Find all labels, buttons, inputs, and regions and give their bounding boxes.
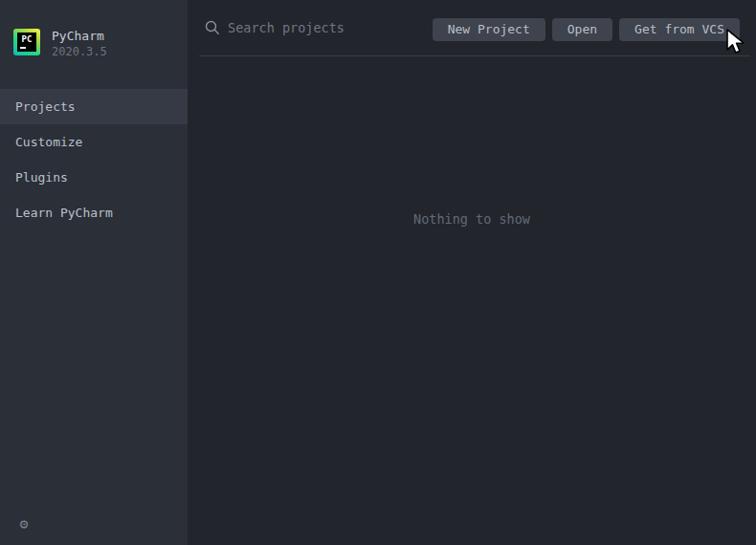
sidebar-item-learn-pycharm[interactable]: Learn PyCharm <box>0 195 188 230</box>
pycharm-logo-underscore <box>20 47 26 49</box>
app-version: 2020.3.5 <box>52 44 107 60</box>
get-from-vcs-button[interactable]: Get from VCS <box>619 18 740 41</box>
sidebar-item-customize[interactable]: Customize <box>0 124 188 160</box>
search-icon <box>205 20 220 35</box>
pycharm-logo-inner: PC <box>17 33 36 52</box>
app-header: PC PyCharm 2020.3.5 <box>13 29 107 60</box>
app-name: PyCharm <box>52 29 107 44</box>
empty-state-message: Nothing to show <box>188 211 756 227</box>
open-button[interactable]: Open <box>552 18 612 41</box>
mouse-cursor-icon <box>723 29 746 55</box>
sidebar-nav: Projects Customize Plugins Learn PyCharm <box>0 89 188 230</box>
topbar-actions: New Project Open Get from VCS <box>433 18 740 41</box>
settings-gear-icon[interactable]: ⚙ <box>15 515 33 533</box>
topbar-divider <box>199 55 750 56</box>
sidebar-item-plugins[interactable]: Plugins <box>0 160 188 195</box>
sidebar-item-projects[interactable]: Projects <box>0 89 188 124</box>
app-titles: PyCharm 2020.3.5 <box>52 29 107 60</box>
pycharm-logo-icon: PC <box>13 29 40 55</box>
sidebar: PC PyCharm 2020.3.5 Projects Customize P… <box>0 0 188 545</box>
new-project-button[interactable]: New Project <box>433 18 545 41</box>
pycharm-welcome-window: PC PyCharm 2020.3.5 Projects Customize P… <box>0 0 756 545</box>
search-projects-input[interactable] <box>228 20 419 35</box>
pycharm-logo-text: PC <box>17 34 36 44</box>
search-area <box>205 20 419 35</box>
